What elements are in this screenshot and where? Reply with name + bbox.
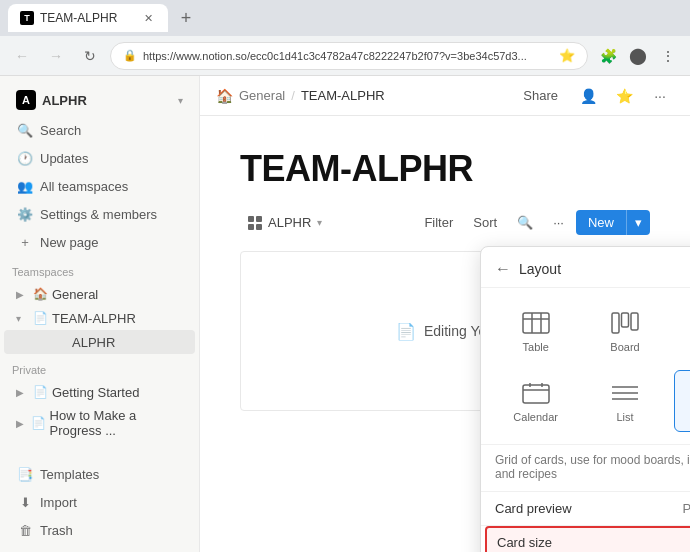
forward-button[interactable]: → — [42, 42, 70, 70]
sidebar-item-alphr[interactable]: ALPHR — [4, 330, 195, 354]
getting-started-label: Getting Started — [52, 385, 139, 400]
settings-icon: ⚙️ — [16, 205, 34, 223]
back-button[interactable]: ← — [8, 42, 36, 70]
db-toolbar-right: Filter Sort 🔍 ··· New ▾ — [416, 210, 650, 235]
getting-started-chevron-icon: ▶ — [16, 387, 28, 398]
svg-rect-6 — [631, 313, 638, 330]
layout-option-list[interactable]: List — [584, 370, 665, 432]
address-star[interactable]: ⭐ — [559, 48, 575, 63]
workspace-switcher[interactable]: A ALPHR ▾ — [4, 84, 195, 116]
sidebar-item-trash[interactable]: 🗑 Trash — [4, 516, 195, 544]
browser-menu-icon[interactable]: ⋮ — [654, 42, 682, 70]
filter-button[interactable]: Filter — [416, 211, 461, 234]
general-label: General — [52, 287, 98, 302]
updates-icon: 🕐 — [16, 149, 34, 167]
sidebar: A ALPHR ▾ 🔍 Search 🕐 Updates 👥 All teams… — [0, 76, 200, 552]
getting-started-icon: 📄 — [32, 384, 48, 400]
sidebar-item-search-label: Search — [40, 123, 81, 138]
breadcrumb-icon: 🏠 — [216, 88, 233, 104]
app: A ALPHR ▾ 🔍 Search 🕐 Updates 👥 All teams… — [0, 76, 690, 552]
workspace-icon: A — [16, 90, 36, 110]
calendar-label: Calendar — [513, 411, 558, 423]
more-options-button[interactable]: ··· — [646, 82, 674, 110]
card-size-row[interactable]: Card size Medium › — [485, 526, 690, 552]
page-topbar: 🏠 General / TEAM-ALPHR Share 👤 ⭐ ··· — [200, 76, 690, 116]
sidebar-item-templates[interactable]: 📑 Templates — [4, 460, 195, 488]
new-button-arrow-icon[interactable]: ▾ — [626, 210, 650, 235]
sort-button[interactable]: Sort — [465, 211, 505, 234]
progress-icon: 📄 — [31, 415, 46, 431]
layout-panel-header: ← Layout ✕ — [481, 247, 690, 288]
general-chevron-icon: ▶ — [16, 289, 28, 300]
main-content-area: 🏠 General / TEAM-ALPHR Share 👤 ⭐ ··· TEA… — [200, 76, 690, 552]
tab-favicon: T — [20, 11, 34, 25]
sidebar-item-getting-started[interactable]: ▶ 📄 Getting Started — [4, 380, 195, 404]
sidebar-item-settings[interactable]: ⚙️ Settings & members — [4, 200, 195, 228]
more-db-button[interactable]: ··· — [545, 211, 572, 234]
trash-label: Trash — [40, 523, 73, 538]
layout-back-button[interactable]: ← — [495, 260, 511, 278]
layout-option-gallery[interactable]: Gallery — [674, 370, 690, 432]
new-page-icon: + — [16, 233, 34, 251]
layout-option-table[interactable]: Table — [495, 300, 576, 362]
db-source-button[interactable]: ALPHR ▾ — [240, 211, 330, 234]
database-toolbar: ALPHR ▾ Filter Sort 🔍 ··· New ▾ — [240, 210, 650, 235]
sidebar-item-all-teamspaces[interactable]: 👥 All teamspaces — [4, 172, 195, 200]
favorite-icon-button[interactable]: ⭐ — [610, 82, 638, 110]
new-button-label: New — [576, 210, 626, 235]
private-section-label: Private — [0, 354, 199, 380]
db-source-chevron: ▾ — [317, 217, 322, 228]
sidebar-item-updates[interactable]: 🕐 Updates — [4, 144, 195, 172]
team-alphr-chevron-icon: ▾ — [16, 313, 28, 324]
db-toolbar-left: ALPHR ▾ — [240, 211, 330, 234]
card-preview-label: Card preview — [495, 501, 683, 516]
sidebar-item-team-alphr[interactable]: ▾ 📄 TEAM-ALPHR — [4, 306, 195, 330]
page-content: TEAM-ALPHR ALPHR ▾ Filter Sort 🔍 — [200, 116, 690, 552]
team-alphr-label: TEAM-ALPHR — [52, 311, 136, 326]
progress-chevron-icon: ▶ — [16, 418, 27, 429]
templates-icon: 📑 — [16, 465, 34, 483]
tab-close-button[interactable]: ✕ — [140, 10, 156, 26]
new-record-button[interactable]: New ▾ — [576, 210, 650, 235]
layout-option-timeline[interactable]: Timeline — [674, 300, 690, 362]
general-icon: 🏠 — [32, 286, 48, 302]
alphr-label: ALPHR — [72, 335, 115, 350]
layout-option-calendar[interactable]: Calendar — [495, 370, 576, 432]
table-icon — [518, 309, 554, 337]
card-preview-row[interactable]: Card preview Page cover › — [481, 492, 690, 526]
import-label: Import — [40, 495, 77, 510]
profile-icon[interactable]: ⬤ — [624, 42, 652, 70]
lock-icon: 🔒 — [123, 49, 137, 62]
sidebar-item-how-to-progress[interactable]: ▶ 📄 How to Make a Progress ... — [4, 404, 195, 442]
svg-rect-0 — [523, 313, 549, 333]
teamspaces-section-label: Teamspaces — [0, 256, 199, 282]
sidebar-item-general[interactable]: ▶ 🏠 General — [4, 282, 195, 306]
svg-rect-4 — [612, 313, 619, 333]
db-source-label: ALPHR — [268, 215, 311, 230]
card-size-label: Card size — [497, 535, 690, 550]
progress-label: How to Make a Progress ... — [50, 408, 187, 438]
alphr-icon — [52, 334, 68, 350]
browser-titlebar: T TEAM-ALPHR ✕ + — [0, 0, 690, 36]
board-label: Board — [610, 341, 639, 353]
sidebar-item-search[interactable]: 🔍 Search — [4, 116, 195, 144]
share-button[interactable]: Share — [515, 84, 566, 107]
page-title: TEAM-ALPHR — [240, 148, 650, 190]
extensions-icon[interactable]: 🧩 — [594, 42, 622, 70]
search-button[interactable]: 🔍 — [509, 211, 541, 234]
address-bar[interactable]: 🔒 https://www.notion.so/ecc0c1d41c3c4782… — [110, 42, 588, 70]
layout-option-board[interactable]: Board — [584, 300, 665, 362]
browser-toolbar: ← → ↻ 🔒 https://www.notion.so/ecc0c1d41c… — [0, 36, 690, 76]
team-alphr-icon: 📄 — [32, 310, 48, 326]
sidebar-item-new-page-label: New page — [40, 235, 99, 250]
browser-toolbar-icons: 🧩 ⬤ ⋮ — [594, 42, 682, 70]
sidebar-item-import[interactable]: ⬇ Import — [4, 488, 195, 516]
trash-icon: 🗑 — [16, 521, 34, 539]
new-tab-button[interactable]: + — [172, 4, 200, 32]
browser-tab[interactable]: T TEAM-ALPHR ✕ — [8, 4, 168, 32]
table-label: Table — [523, 341, 549, 353]
breadcrumb-current: TEAM-ALPHR — [301, 88, 385, 103]
user-icon-button[interactable]: 👤 — [574, 82, 602, 110]
sidebar-item-new-page[interactable]: + New page — [4, 228, 195, 256]
reload-button[interactable]: ↻ — [76, 42, 104, 70]
